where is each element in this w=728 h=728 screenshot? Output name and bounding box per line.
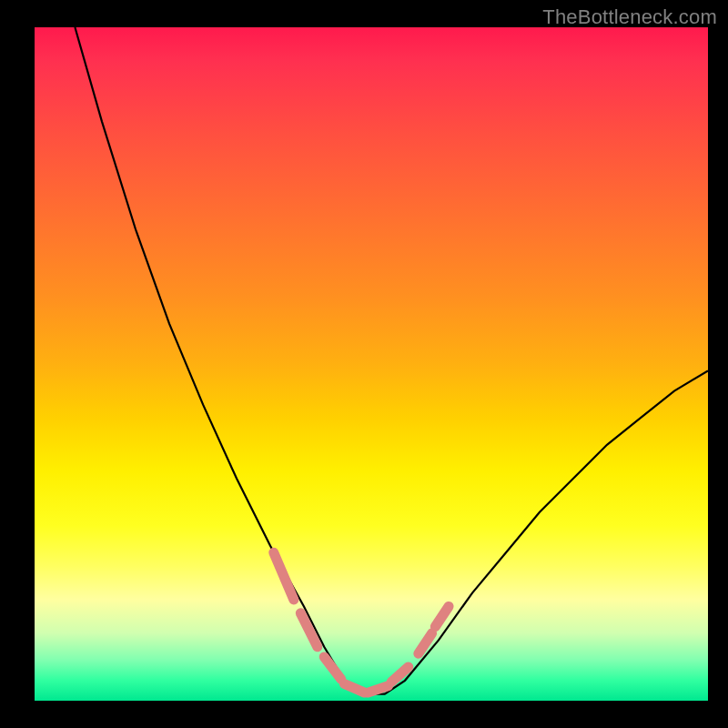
highlight-dash	[391, 667, 409, 682]
highlight-dash	[324, 657, 341, 679]
watermark-text: TheBottleneck.com	[542, 5, 717, 29]
highlight-dash	[435, 606, 449, 626]
highlight-dash	[344, 684, 364, 693]
chart-plot-area	[35, 27, 708, 701]
highlight-dashes	[274, 552, 449, 693]
bottleneck-curve	[75, 27, 708, 694]
highlight-dash	[274, 552, 294, 600]
highlight-dash	[300, 613, 318, 647]
highlight-dash	[419, 633, 432, 653]
chart-svg	[35, 27, 708, 701]
highlight-dash	[368, 686, 388, 693]
